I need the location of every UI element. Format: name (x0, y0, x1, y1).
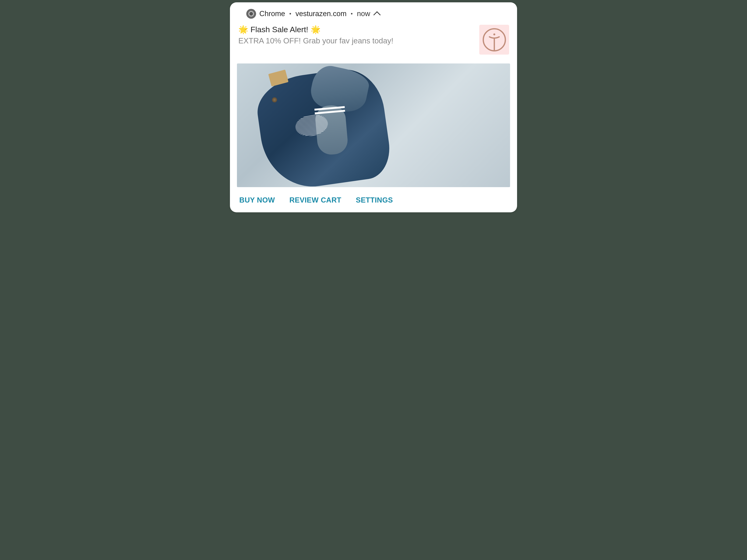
separator-dot: • (289, 10, 291, 17)
buy-now-button[interactable]: BUY NOW (239, 195, 275, 205)
notification-title: 🌟 Flash Sale Alert! 🌟 (238, 25, 479, 34)
chevron-up-icon (373, 11, 381, 19)
notification-domain: vesturazen.com (295, 9, 347, 18)
collapse-toggle[interactable] (375, 10, 380, 18)
notification-text-block: 🌟 Flash Sale Alert! 🌟 EXTRA 10% OFF! Gra… (238, 25, 479, 45)
star-icon: 🌟 (311, 25, 320, 34)
notification-content: 🌟 Flash Sale Alert! 🌟 EXTRA 10% OFF! Gra… (237, 25, 510, 55)
review-cart-button[interactable]: REVIEW CART (289, 195, 341, 205)
app-name: Chrome (259, 9, 285, 18)
title-text: Flash Sale Alert! (251, 25, 308, 34)
brand-logo-icon (482, 28, 507, 52)
notification-body: EXTRA 10% OFF! Grab your fav jeans today… (238, 36, 479, 45)
chrome-icon (246, 9, 256, 19)
notification-header: Chrome • vesturazen.com • now (237, 9, 510, 19)
separator-dot: • (351, 10, 353, 17)
notification-time: now (357, 9, 370, 18)
star-icon: 🌟 (238, 25, 248, 34)
notification-actions: BUY NOW REVIEW CART SETTINGS (237, 195, 510, 205)
settings-button[interactable]: SETTINGS (356, 195, 393, 205)
svg-point-1 (493, 33, 495, 35)
jeans-illustration (246, 63, 391, 187)
brand-logo (479, 25, 509, 55)
notification-image (237, 63, 510, 187)
notification-card: Chrome • vesturazen.com • now 🌟 Flash Sa… (230, 2, 517, 212)
